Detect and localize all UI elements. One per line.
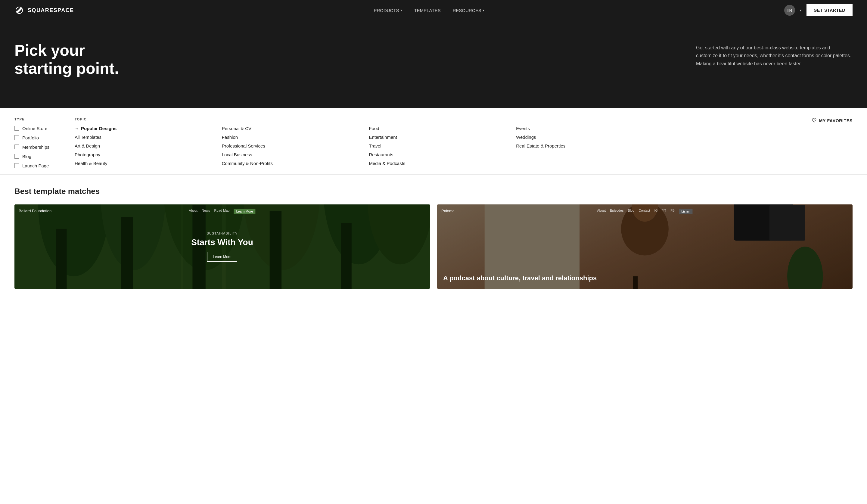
checkbox-online-store[interactable] bbox=[14, 126, 19, 131]
forest-learn-more-button[interactable]: Learn More bbox=[207, 252, 237, 262]
topic-media-podcasts[interactable]: Media & Podcasts bbox=[369, 161, 516, 166]
checkbox-launch-page[interactable] bbox=[14, 163, 19, 168]
hero-title: Pick your starting point. bbox=[14, 42, 135, 78]
topic-col-2: Personal & CV Fashion Professional Servi… bbox=[222, 126, 369, 166]
template-name-forest: Bailard Foundation bbox=[19, 208, 52, 213]
nav-products[interactable]: PRODUCTS ▾ bbox=[374, 8, 402, 13]
user-avatar[interactable]: TR bbox=[784, 5, 795, 16]
navbar-right: TR ▾ GET STARTED bbox=[784, 4, 853, 16]
topic-health-beauty[interactable]: Health & Beauty bbox=[75, 161, 222, 166]
topic-personal-cv[interactable]: Personal & CV bbox=[222, 126, 369, 131]
forest-cta-button[interactable]: Learn More bbox=[234, 208, 255, 214]
topic-real-estate[interactable]: Real Estate & Properties bbox=[516, 143, 663, 148]
topic-col-5 bbox=[663, 126, 811, 166]
type-blog[interactable]: Blog bbox=[14, 154, 75, 159]
topic-grid: → Popular Designs All Templates Art & De… bbox=[75, 126, 811, 166]
forest-content: Sustainability Starts With You Learn Mor… bbox=[191, 232, 253, 262]
topic-community-nonprofits[interactable]: Community & Non-Profits bbox=[222, 161, 369, 166]
filter-section: TYPE Online Store Portfolio Memberships … bbox=[0, 108, 867, 175]
podcast-main-text: A podcast about culture, travel and rela… bbox=[443, 274, 597, 283]
avatar-chevron-icon[interactable]: ▾ bbox=[800, 9, 802, 12]
topic-food[interactable]: Food bbox=[369, 126, 516, 131]
squarespace-logo-icon bbox=[14, 6, 24, 15]
template-name-podcast: Paloma bbox=[441, 208, 454, 213]
topic-weddings[interactable]: Weddings bbox=[516, 135, 663, 140]
arrow-icon: → bbox=[75, 126, 79, 131]
templates-grid: Bailard Foundation About News Road Map L… bbox=[14, 204, 853, 289]
podcast-template-nav: About Episodes Blog Contact IG YT FB Lis… bbox=[597, 208, 692, 214]
topic-label: TOPIC bbox=[75, 117, 811, 121]
forest-template-nav: About News Road Map Learn More bbox=[189, 208, 255, 214]
logo-text: SQUARESPACE bbox=[28, 7, 74, 13]
filter-row: TYPE Online Store Portfolio Memberships … bbox=[14, 117, 853, 168]
forest-subtitle: Sustainability bbox=[191, 232, 253, 235]
navbar-center: PRODUCTS ▾ TEMPLATES RESOURCES ▾ bbox=[374, 8, 484, 13]
type-memberships[interactable]: Memberships bbox=[14, 144, 75, 150]
podcast-content: A podcast about culture, travel and rela… bbox=[437, 268, 603, 289]
topic-travel[interactable]: Travel bbox=[369, 143, 516, 148]
checkbox-portfolio[interactable] bbox=[14, 135, 19, 140]
topic-fashion[interactable]: Fashion bbox=[222, 135, 369, 140]
nav-templates[interactable]: TEMPLATES bbox=[414, 8, 441, 13]
template-card-bailard[interactable]: Bailard Foundation About News Road Map L… bbox=[14, 204, 430, 289]
podcast-preview: Paloma About Episodes Blog Contact IG YT… bbox=[437, 204, 853, 289]
type-online-store[interactable]: Online Store bbox=[14, 126, 75, 131]
filter-col-topic: TOPIC → Popular Designs All Templates Ar… bbox=[75, 117, 811, 166]
navbar-left: SQUARESPACE bbox=[14, 6, 74, 15]
topic-events[interactable]: Events bbox=[516, 126, 663, 131]
hero-description: Get started with any of our best-in-clas… bbox=[696, 42, 853, 68]
section-title: Best template matches bbox=[14, 187, 853, 196]
type-launch-page[interactable]: Launch Page bbox=[14, 163, 75, 168]
type-list: Online Store Portfolio Memberships Blog … bbox=[14, 126, 75, 168]
forest-main-text: Starts With You bbox=[191, 237, 253, 247]
heart-icon: ♡ bbox=[812, 117, 817, 124]
topic-restaurants[interactable]: Restaurants bbox=[369, 152, 516, 157]
get-started-button[interactable]: GET STARTED bbox=[806, 4, 853, 16]
navbar: SQUARESPACE PRODUCTS ▾ TEMPLATES RESOURC… bbox=[0, 0, 867, 21]
filter-col-type: TYPE Online Store Portfolio Memberships … bbox=[14, 117, 75, 168]
type-label: TYPE bbox=[14, 117, 75, 121]
products-chevron-icon: ▾ bbox=[400, 9, 402, 12]
topic-all-templates[interactable]: All Templates bbox=[75, 135, 222, 140]
topic-popular-designs[interactable]: → Popular Designs bbox=[75, 126, 222, 131]
topic-col-1: → Popular Designs All Templates Art & De… bbox=[75, 126, 222, 166]
topic-local-business[interactable]: Local Business bbox=[222, 152, 369, 157]
topic-col-3: Food Entertainment Travel Restaurants Me… bbox=[369, 126, 516, 166]
podcast-cta-button[interactable]: Listen bbox=[679, 208, 692, 214]
topic-professional-services[interactable]: Professional Services bbox=[222, 143, 369, 148]
template-card-paloma[interactable]: Paloma About Episodes Blog Contact IG YT… bbox=[437, 204, 853, 289]
topic-entertainment[interactable]: Entertainment bbox=[369, 135, 516, 140]
topic-col-4: Events Weddings Real Estate & Properties bbox=[516, 126, 663, 166]
templates-section: Best template matches bbox=[0, 175, 867, 301]
topic-photography[interactable]: Photography bbox=[75, 152, 222, 157]
type-portfolio[interactable]: Portfolio bbox=[14, 135, 75, 140]
checkbox-blog[interactable] bbox=[14, 154, 19, 159]
filter-col-favorites: ♡ MY FAVORITES bbox=[811, 117, 853, 126]
topic-art-design[interactable]: Art & Design bbox=[75, 143, 222, 148]
hero-section: Pick your starting point. Get started wi… bbox=[0, 21, 867, 108]
nav-resources[interactable]: RESOURCES ▾ bbox=[453, 8, 484, 13]
my-favorites-button[interactable]: ♡ MY FAVORITES bbox=[812, 117, 853, 124]
resources-chevron-icon: ▾ bbox=[483, 9, 484, 12]
checkbox-memberships[interactable] bbox=[14, 144, 19, 149]
forest-preview: Bailard Foundation About News Road Map L… bbox=[14, 204, 430, 289]
